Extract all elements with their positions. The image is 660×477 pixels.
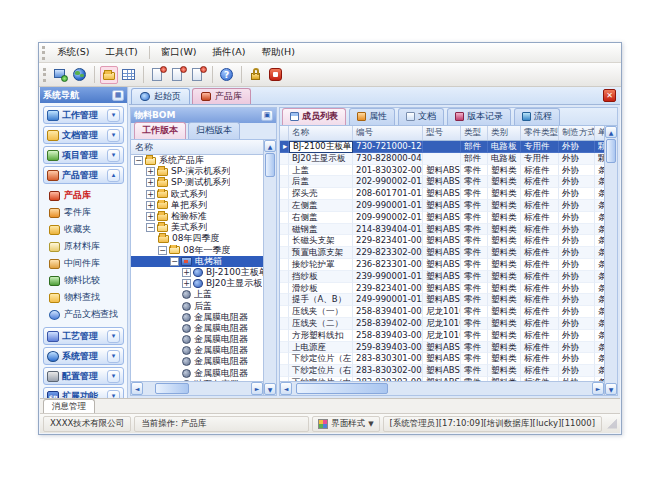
tree-node[interactable]: +单把系列 <box>131 200 263 211</box>
scroll-left-icon[interactable]: ◄ <box>280 382 292 395</box>
doc-refresh-icon[interactable] <box>169 66 187 84</box>
sidebar-item-物料查找[interactable]: 物料查找 <box>40 289 127 306</box>
bom-panel-menu-button[interactable]: ▣ <box>261 110 273 121</box>
table-row[interactable]: 预置电源支架229-823302-00X塑料ABS零件塑料类标准件外协条 <box>280 247 604 259</box>
sidebar-item-物料比较[interactable]: 物料比较 <box>40 272 127 289</box>
doc-tab-起始页[interactable]: 起始页 <box>131 88 190 104</box>
column-header-indicator[interactable] <box>280 126 289 140</box>
table-row[interactable]: 探头壳208-601701-01X塑料ABS零件塑料类标准件外协条 <box>280 188 604 200</box>
table-row[interactable]: 右侧盖209-990002-01X塑料ABS零件塑料类标准件外协条 <box>280 212 604 224</box>
tree-hscrollbar[interactable]: ◄ ► <box>131 381 263 395</box>
scroll-left-icon[interactable]: ◄ <box>131 382 143 395</box>
tree-node[interactable]: 独石电容器 <box>131 379 263 381</box>
expand-icon[interactable]: + <box>146 178 155 187</box>
tree-node[interactable]: 上盖 <box>131 289 263 300</box>
chevron-down-icon[interactable]: ▾ <box>107 330 120 343</box>
sidebar-item-产品文档查找[interactable]: 产品文档查找 <box>40 306 127 323</box>
chevron-up-icon[interactable]: ▴ <box>107 169 120 182</box>
column-header-零件类型[interactable]: 零件类型 <box>521 126 559 140</box>
grid-hscroll-track[interactable] <box>389 382 592 395</box>
chevron-down-icon[interactable]: ▾ <box>107 149 120 162</box>
table-row[interactable]: 后盖202-990002-01X塑料ABS零件塑料类标准件外协条 <box>280 176 604 188</box>
globe-icon[interactable] <box>71 66 89 84</box>
expand-icon[interactable]: + <box>146 212 155 221</box>
chevron-down-icon[interactable]: ▾ <box>107 109 120 122</box>
close-tab-icon[interactable]: ✕ <box>603 89 616 102</box>
tree-node[interactable]: +欧式系列 <box>131 189 263 200</box>
interface-style-dropdown[interactable]: 界面样式 ▼ <box>312 416 379 432</box>
scroll-up-icon[interactable]: ▲ <box>605 126 617 138</box>
menu-item-0[interactable]: 系统(S) <box>49 44 97 62</box>
expand-icon[interactable]: + <box>146 201 155 210</box>
tree-node[interactable]: 金属膜电阻器 <box>131 356 263 367</box>
expand-icon[interactable]: + <box>182 268 191 277</box>
collapse-icon[interactable]: − <box>146 223 155 232</box>
tree-node[interactable]: +BJ-2100主板单点 <box>131 267 263 278</box>
grid-hscrollbar[interactable]: ◄ ► <box>280 381 604 395</box>
expand-icon[interactable]: + <box>146 167 155 176</box>
grid-vscroll-track[interactable] <box>605 164 617 383</box>
menu-item-1[interactable]: 工具(T) <box>97 44 145 62</box>
tree-hscroll-track[interactable] <box>190 382 251 395</box>
table-row[interactable]: ▸BJ-2100主板单点730-721000-12X部件电路板专用件外协颗 <box>280 141 604 153</box>
tab-属性[interactable]: 属性 <box>349 108 395 125</box>
tab-文档[interactable]: 文档 <box>398 108 444 125</box>
chevron-down-icon[interactable]: ▾ <box>107 350 120 363</box>
sidebar-panel-4[interactable]: 工艺管理▾ <box>43 327 124 345</box>
menu-item-3[interactable]: 插件(A) <box>204 44 253 62</box>
sidebar-menu-button[interactable]: ▦ <box>112 90 124 101</box>
sidebar-panel-5[interactable]: 系统管理▾ <box>43 347 124 365</box>
column-header-编号[interactable]: 编号 <box>353 126 423 140</box>
tree-node[interactable]: +检验标准 <box>131 211 263 222</box>
column-header-名称[interactable]: 名称 <box>289 126 353 140</box>
doc-delete-icon[interactable] <box>189 66 207 84</box>
menu-item-4[interactable]: 帮助(H) <box>253 44 303 62</box>
tree-node[interactable]: 金属膜电阻器 <box>131 323 263 334</box>
toolbar-grip[interactable] <box>43 68 47 82</box>
version-tab-工作版本[interactable]: 工作版本 <box>134 122 186 139</box>
tree-node[interactable]: 金属膜电阻器 <box>131 345 263 356</box>
column-header-单位[interactable]: 单位 <box>595 126 604 140</box>
scroll-up-icon[interactable]: ▲ <box>264 140 276 152</box>
sidebar-panel-0[interactable]: 工作管理▾ <box>43 106 124 124</box>
open-library-icon[interactable] <box>100 66 118 84</box>
sidebar-panel-7[interactable]: SP扩展功能▾ <box>43 387 124 398</box>
tab-流程[interactable]: 流程 <box>514 108 560 125</box>
column-header-类型[interactable]: 类型 <box>461 126 488 140</box>
sidebar-panel-1[interactable]: 文档管理▾ <box>43 126 124 144</box>
table-row[interactable]: 压线夹（二）258-839402-00X尼龙1010零件塑料类标准件外协条 <box>280 318 604 330</box>
sidebar-panel-3[interactable]: 产品管理▴ <box>43 166 124 184</box>
tree-node[interactable]: 08年四季度 <box>131 233 263 244</box>
exit-icon[interactable] <box>267 66 285 84</box>
chevron-down-icon[interactable]: ▾ <box>107 129 120 142</box>
doc-tab-产品库[interactable]: 产品库 <box>192 88 251 104</box>
column-header-制造方式[interactable]: 制造方式 <box>559 126 595 140</box>
tree-node[interactable]: −系统产品库 <box>131 155 263 166</box>
collapse-icon[interactable]: − <box>134 156 143 165</box>
scroll-right-icon[interactable]: ► <box>251 382 263 395</box>
table-row[interactable]: 接纱轮护罩236-823301-00X塑料ABS零件塑料类标准件外协条 <box>280 259 604 271</box>
tree-vscroll-thumb[interactable] <box>265 153 275 177</box>
new-view-icon[interactable] <box>51 66 69 84</box>
tree-node[interactable]: +SP-测试机系列 <box>131 177 263 188</box>
table-row[interactable]: 长磁头支架229-823401-00X塑料ABS零件塑料类标准件外协条 <box>280 235 604 247</box>
menubar-grip[interactable] <box>42 46 46 60</box>
tree-node[interactable]: 后盖 <box>131 300 263 311</box>
tree-hscroll-thumb[interactable] <box>155 383 189 394</box>
sidebar-item-产品库[interactable]: 产品库 <box>40 187 127 204</box>
tree-node[interactable]: 金属膜电阻器 <box>131 334 263 345</box>
tab-成员列表[interactable]: 成员列表 <box>282 108 346 125</box>
scroll-down-icon[interactable]: ▼ <box>264 383 276 395</box>
collapse-icon[interactable]: − <box>170 257 179 266</box>
sidebar-item-零件库[interactable]: 零件库 <box>40 204 127 221</box>
chevron-down-icon[interactable]: ▾ <box>107 390 120 399</box>
sidebar-panel-2[interactable]: 项目管理▾ <box>43 146 124 164</box>
table-row[interactable]: 提手（A、B）249-990001-01X塑料ABS零件塑料类标准件外协条 <box>280 294 604 306</box>
tree-column-header[interactable]: 名称 <box>131 140 263 155</box>
column-header-类别[interactable]: 类别 <box>488 126 521 140</box>
tree-node[interactable]: −电烤箱 <box>131 256 263 267</box>
sidebar-item-中间件库[interactable]: 中间件库 <box>40 255 127 272</box>
table-row[interactable]: 上电源座259-839403-00X塑料ABS零件塑料类标准件外协条 <box>280 342 604 354</box>
tree-node[interactable]: 金属膜电阻器 <box>131 368 263 379</box>
tree-node[interactable]: +SP-演示机系列 <box>131 166 263 177</box>
